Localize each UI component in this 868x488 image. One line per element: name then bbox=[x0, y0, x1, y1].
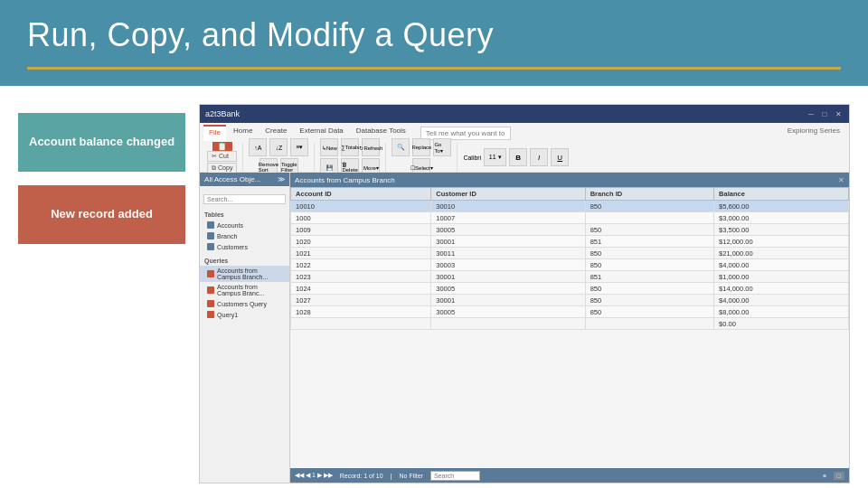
queries-section: Queries Accounts from Campus Branch... A… bbox=[200, 254, 289, 322]
table-row[interactable]: 102730001850$4,000.00 bbox=[291, 295, 849, 306]
find-group: 🔍 Replace Go To▾ ☐Select▾ bbox=[392, 143, 458, 172]
cell-account: 1024 bbox=[291, 283, 431, 295]
goto-button[interactable]: Go To▾ bbox=[433, 138, 451, 156]
nav-pane-header: All Access Obje... ≫ bbox=[200, 173, 289, 186]
labels-column: Account balance changed New record added bbox=[18, 104, 185, 483]
cell-account bbox=[291, 318, 431, 330]
cell-balance: $5,600.00 bbox=[714, 201, 849, 212]
refresh-button[interactable]: ↻Refresh bbox=[362, 138, 380, 156]
descending-button[interactable]: ↓Z bbox=[269, 138, 288, 156]
cell-branch: 850 bbox=[585, 248, 713, 259]
table-row[interactable]: 1001030010850$5,600.00 bbox=[291, 201, 849, 212]
cell-account: 1027 bbox=[291, 295, 431, 306]
nav-item-customers[interactable]: Customers bbox=[200, 241, 289, 252]
form-view-btn[interactable]: □ bbox=[834, 472, 844, 480]
bold-button[interactable]: B bbox=[509, 148, 527, 166]
nav-search bbox=[200, 186, 289, 208]
totals-button[interactable]: ∑Totals bbox=[341, 138, 359, 156]
table-row[interactable]: 102230003850$4,000.00 bbox=[291, 259, 849, 271]
cell-account: 1022 bbox=[291, 259, 431, 271]
minimize-icon[interactable]: ─ bbox=[806, 109, 816, 118]
slide-header: Run, Copy, and Modify a Query bbox=[0, 0, 868, 86]
query-icon bbox=[207, 300, 214, 307]
content-area: Account balance changed New record added… bbox=[0, 86, 868, 488]
query-icon bbox=[207, 286, 214, 294]
nav-item-branch[interactable]: Branch bbox=[200, 230, 289, 241]
nav-item-customers-query[interactable]: Customers Query bbox=[200, 298, 289, 309]
search-input[interactable] bbox=[430, 471, 480, 481]
query-close-icon[interactable]: ✕ bbox=[838, 176, 844, 184]
label-new-record: New record added bbox=[18, 185, 185, 244]
table-row[interactable]: 102030001851$12,000.00 bbox=[291, 236, 849, 248]
copy-button[interactable]: ⧉ Copy bbox=[207, 163, 237, 174]
queries-header: Queries bbox=[200, 256, 289, 266]
cell-balance: $14,000.00 bbox=[714, 283, 849, 295]
cell-balance: $21,000.00 bbox=[714, 248, 849, 259]
col-header-account: Account ID bbox=[291, 188, 431, 201]
table-icon bbox=[207, 221, 214, 229]
nav-item-query2[interactable]: Accounts from Campus Branc... bbox=[200, 282, 289, 298]
cell-branch: 851 bbox=[585, 236, 713, 248]
text-format-group: Calibri 11 ▾ B I U bbox=[463, 143, 574, 172]
table-row[interactable]: 100930005850$3,500.00 bbox=[291, 224, 849, 236]
table-row[interactable]: 100010007$3,000.00 bbox=[291, 212, 849, 224]
cell-customer: 30001 bbox=[431, 295, 585, 306]
sort-filter-group: ↑A ↓Z ≡▾ Remove Sort Toggle Filter bbox=[249, 143, 315, 172]
table-row[interactable]: 102430005850$14,000.00 bbox=[291, 283, 849, 295]
cell-account: 1020 bbox=[291, 236, 431, 248]
cell-account: 1021 bbox=[291, 248, 431, 259]
cell-balance: $3,500.00 bbox=[714, 224, 849, 236]
nav-search-input[interactable] bbox=[203, 194, 286, 204]
paste-button[interactable]: 📋 bbox=[212, 142, 232, 151]
query-table[interactable]: Account ID Customer ID Branch ID Balance… bbox=[290, 187, 849, 468]
filter-status: | bbox=[391, 473, 392, 479]
tables-section: Tables Accounts Branch Customers bbox=[200, 208, 289, 254]
status-bar: ◀◀ ◀ 1 ▶ ▶▶ Record: 1 of 10 | No Filter … bbox=[290, 468, 849, 483]
datasheet-view-btn[interactable]: ≡ bbox=[819, 472, 830, 480]
cell-branch: 850 bbox=[585, 201, 713, 212]
cut-copy-buttons: ✂ Cut ⧉ Copy bbox=[207, 151, 237, 174]
cell-account: 1023 bbox=[291, 271, 431, 283]
cell-customer: 30005 bbox=[431, 283, 585, 295]
table-row[interactable]: 102830005850$8,000.00 bbox=[291, 306, 849, 318]
ascending-button[interactable]: ↑A bbox=[249, 138, 267, 156]
close-icon[interactable]: ✕ bbox=[833, 109, 844, 118]
cell-balance: $3,000.00 bbox=[714, 212, 849, 224]
table-row[interactable]: $0.00 bbox=[291, 318, 849, 330]
font-size[interactable]: 11 ▾ bbox=[484, 148, 506, 166]
records-group: ↳New ∑Totals ↻Refresh 💾 🗑Delete More▾ bbox=[320, 143, 386, 172]
query-title: Accounts from Campus Branch ✕ bbox=[290, 173, 849, 187]
cut-button[interactable]: ✂ Cut bbox=[207, 151, 237, 162]
cell-customer: 30001 bbox=[431, 271, 585, 283]
no-filter-label: No Filter bbox=[399, 473, 422, 479]
branding-text: Exploring Series bbox=[782, 125, 845, 141]
nav-item-query1[interactable]: Accounts from Campus Branch... bbox=[200, 266, 289, 282]
cell-balance: $12,000.00 bbox=[714, 236, 849, 248]
replace-button[interactable]: Replace bbox=[412, 138, 430, 156]
cell-account: 10010 bbox=[291, 201, 431, 212]
query-icon bbox=[207, 270, 214, 277]
label-account-balance: Account balance changed bbox=[18, 113, 185, 172]
main-area: All Access Obje... ≫ Tables Accounts bbox=[200, 173, 849, 483]
cell-branch: 850 bbox=[585, 283, 713, 295]
cell-account: 1000 bbox=[291, 212, 431, 224]
maximize-icon[interactable]: □ bbox=[819, 109, 830, 118]
sort-buttons: ↑A ↓Z ≡▾ bbox=[249, 138, 308, 156]
advanced-button[interactable]: ≡▾ bbox=[290, 138, 308, 156]
clipboard-group: 📋 ✂ Cut ⧉ Copy bbox=[207, 143, 243, 172]
nav-item-query1-short[interactable]: Query1 bbox=[200, 309, 289, 320]
tab-file[interactable]: File bbox=[203, 125, 226, 141]
nav-pane-collapse-icon[interactable]: ≫ bbox=[278, 175, 285, 183]
access-screenshot: a2t3Bank ─ □ ✕ File Home Create External… bbox=[199, 104, 850, 483]
table-row[interactable]: 102330001851$1,000.00 bbox=[291, 271, 849, 283]
new-button[interactable]: ↳New bbox=[320, 138, 338, 156]
window-controls: ─ □ ✕ bbox=[806, 109, 844, 118]
underline-button[interactable]: U bbox=[551, 148, 569, 166]
font-name: Calibri bbox=[463, 155, 481, 161]
nav-item-accounts[interactable]: Accounts bbox=[200, 220, 289, 230]
table-row[interactable]: 102130011850$21,000.00 bbox=[291, 248, 849, 259]
find-button[interactable]: 🔍 bbox=[392, 138, 410, 156]
italic-button[interactable]: I bbox=[530, 148, 548, 166]
cell-branch: 850 bbox=[585, 259, 713, 271]
cell-customer: 30001 bbox=[431, 236, 585, 248]
